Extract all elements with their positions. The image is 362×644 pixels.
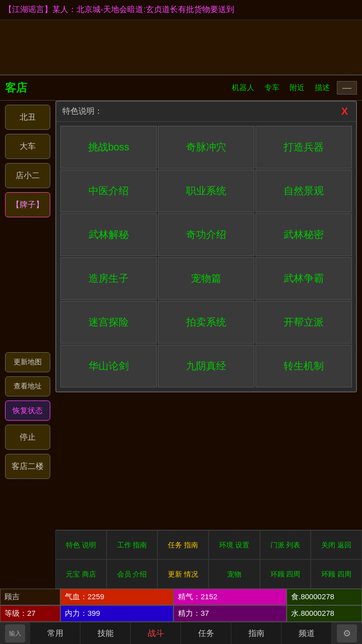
tab-row-2: 元宝 商店会员 介绍更新 情况宠物环顾 四周环顾 四周 [55, 559, 362, 589]
level-bar: 等级：27 [0, 605, 60, 622]
banner-area [0, 20, 362, 75]
tab-item[interactable]: 环境 设置 [209, 530, 260, 559]
shop-boy-button[interactable]: 店小二 [5, 163, 50, 188]
feature-grid-item[interactable]: 打造兵器 [255, 126, 352, 169]
feature-grid-item[interactable]: 转生机制 [255, 345, 352, 387]
hp-bar: 气血：2259 [60, 589, 173, 605]
desc-button[interactable]: 描述 [310, 81, 335, 95]
feature-grid-item[interactable]: 宠物篇 [158, 257, 254, 300]
tab-item[interactable]: 元宝 商店 [55, 559, 107, 589]
input-icon: 输入 [5, 624, 25, 642]
big-car-button[interactable]: 大车 [5, 134, 50, 159]
header-title: 客店 [5, 80, 227, 96]
player-name: 顾吉 [0, 589, 60, 605]
feature-grid-item[interactable]: 挑战boss [60, 126, 157, 169]
tab-item[interactable]: 宠物 [209, 559, 260, 589]
stop-button[interactable]: 停止 [5, 425, 50, 450]
floor2-button[interactable]: 客店二楼 [5, 454, 50, 479]
tab-item[interactable]: 会员 介绍 [107, 559, 158, 589]
food-bar: 食.80000278 [287, 589, 362, 605]
feature-grid-item[interactable]: 造房生子 [60, 257, 157, 300]
str-bar: 精力：37 [173, 605, 287, 622]
feature-grid-item[interactable]: 拍卖系统 [158, 301, 254, 344]
tab-item[interactable]: 门派 列表 [260, 530, 311, 559]
tab-item[interactable]: 关闭 返回 [311, 530, 362, 559]
bottom-nav: 输入 常用技能战斗任务指南频道 ⚙ [0, 622, 362, 644]
water-bar: 水.80000278 [287, 605, 362, 622]
inner-bar: 内力：399 [60, 605, 173, 622]
tab-row-1: 特色 说明工作 指南任务 指南环境 设置门派 列表关闭 返回 [55, 530, 362, 559]
tab-item[interactable]: 环顾 四周 [260, 559, 311, 589]
feature-grid-item[interactable]: 武林秘密 [255, 213, 352, 256]
check-addr-button[interactable]: 查看地址 [5, 376, 50, 396]
feature-grid-item[interactable]: 迷宫探险 [60, 301, 157, 344]
nav-button-战斗[interactable]: 战斗 [131, 622, 181, 644]
ticker-bar: 【江湖谣言】某人：北京城-天地会暗道:玄贞道长有批货物要送到 [0, 0, 362, 20]
header: 客店 机器人 专车 附近 描述 — [0, 75, 362, 101]
feature-grid-item[interactable]: 奇脉冲穴 [158, 126, 254, 169]
minimize-button[interactable]: — [337, 81, 357, 95]
feature-grid-item[interactable]: 开帮立派 [255, 301, 352, 344]
nav-button-指南[interactable]: 指南 [231, 622, 282, 644]
ticker-text: 【江湖谣言】某人：北京城-天地会暗道:玄贞道长有批货物要送到 [4, 5, 234, 15]
feature-grid-item[interactable]: 奇功介绍 [158, 213, 254, 256]
nav-button-技能[interactable]: 技能 [80, 622, 131, 644]
feature-grid-item[interactable]: 中医介绍 [60, 170, 157, 212]
feature-dialog: 特色说明： X 挑战boss奇脉冲穴打造兵器中医介绍职业系统自然景观武林解秘奇功… [55, 101, 357, 392]
update-map-button[interactable]: 更新地图 [5, 352, 50, 372]
status-row-1: 顾吉 气血：2259 精气：2152 食.80000278 [0, 589, 362, 605]
feature-grid-item[interactable]: 华山论剑 [60, 345, 157, 387]
dialog-header: 特色说明： X [56, 102, 356, 122]
recover-button[interactable]: 恢复状态 [5, 400, 50, 421]
gear-icon: ⚙ [337, 624, 357, 642]
mp-bar: 精气：2152 [173, 589, 287, 605]
feature-grid-item[interactable]: 自然景观 [255, 170, 352, 212]
car-button[interactable]: 专车 [259, 81, 285, 95]
tab-item[interactable]: 环顾 四周 [311, 559, 362, 589]
nav-buttons: 常用技能战斗任务指南频道 [30, 622, 332, 644]
nav-button-任务[interactable]: 任务 [181, 622, 231, 644]
dialog-title: 特色说明： [62, 106, 339, 117]
input-icon-button[interactable]: 输入 [0, 622, 30, 644]
status-bars: 顾吉 气血：2259 精气：2152 食.80000278 等级：27 内力：3… [0, 589, 362, 622]
bottom-tabs: 特色 说明工作 指南任务 指南环境 设置门派 列表关闭 返回 元宝 商店会员 介… [55, 530, 362, 589]
settings-icon-button[interactable]: ⚙ [332, 622, 362, 644]
tab-item[interactable]: 特色 说明 [55, 530, 107, 559]
nav-button-频道[interactable]: 频道 [282, 622, 332, 644]
tab-item[interactable]: 任务 指南 [157, 530, 209, 559]
nearby-button[interactable]: 附近 [285, 81, 310, 95]
north-ugly-button[interactable]: 北丑 [5, 105, 50, 130]
nav-button-常用[interactable]: 常用 [30, 622, 80, 644]
feature-grid: 挑战boss奇脉冲穴打造兵器中医介绍职业系统自然景观武林解秘奇功介绍武林秘密造房… [56, 122, 356, 391]
status-row-2: 等级：27 内力：399 精力：37 水.80000278 [0, 605, 362, 622]
feature-grid-item[interactable]: 武林解秘 [60, 213, 157, 256]
sign-button[interactable]: 【牌子】 [5, 192, 50, 217]
feature-grid-item[interactable]: 武林争霸 [255, 257, 352, 300]
tab-item[interactable]: 更新 情况 [157, 559, 209, 589]
dialog-close-button[interactable]: X [339, 106, 350, 117]
sidebar: 北丑 大车 店小二 【牌子】 更新地图 查看地址 恢复状态 停止 客店二楼 [0, 101, 55, 483]
feature-grid-item[interactable]: 九阴真经 [158, 345, 254, 387]
tab-item[interactable]: 工作 指南 [107, 530, 158, 559]
feature-grid-item[interactable]: 职业系统 [158, 170, 254, 212]
robot-button[interactable]: 机器人 [227, 81, 259, 95]
